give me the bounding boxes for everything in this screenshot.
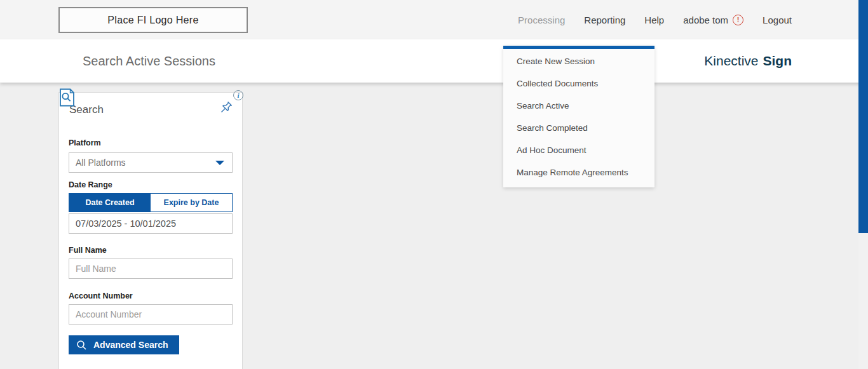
brand-logo: Kinective Sign [704,39,792,83]
search-document-icon [59,88,75,109]
warning-icon: ! [733,15,743,25]
page-title: Search Active Sessions [83,39,215,83]
tab-date-created[interactable]: Date Created [69,194,151,211]
date-range-toggle: Date Created Expire by Date [69,193,233,212]
full-name-input[interactable] [69,258,233,279]
fi-logo-text: Place FI Logo Here [107,15,198,26]
page-header-bar: Search Active Sessions i Kinective Sign [0,39,868,83]
platform-selected-value: All Platforms [76,158,215,168]
advanced-search-label: Advanced Search [93,340,168,350]
account-number-label: Account Number [69,292,233,300]
nav-item-logout[interactable]: Logout [763,15,792,25]
fi-logo-placeholder: Place FI Logo Here [58,7,248,33]
search-panel-header: Search [69,104,233,119]
scrollbar-thumb[interactable] [858,0,868,233]
full-name-label: Full Name [69,246,233,255]
vertical-scrollbar[interactable] [858,0,868,369]
info-icon[interactable]: i [233,90,243,100]
nav-item-user[interactable]: adobe tom ! [683,15,743,25]
account-number-input[interactable] [69,304,233,325]
top-bar: Place FI Logo Here Processing Reporting … [0,0,868,39]
top-nav: Processing Reporting Help adobe tom ! Lo… [518,0,792,39]
date-range-input[interactable] [69,213,233,234]
menu-item-manage-remote-agreements[interactable]: Manage Remote Agreements [503,161,654,184]
menu-item-search-active[interactable]: Search Active [503,95,654,117]
tab-expire-by-date[interactable]: Expire by Date [151,194,232,211]
brand-product: Sign [763,53,792,69]
menu-item-search-completed[interactable]: Search Completed [503,117,654,139]
platform-label: Platform [69,138,233,147]
platform-select[interactable]: All Platforms [69,152,233,173]
processing-dropdown-menu: Create New Session Collected Documents S… [503,46,654,187]
pin-icon[interactable] [217,100,234,119]
search-icon [76,340,87,351]
advanced-search-button[interactable]: Advanced Search [69,335,179,354]
date-range-label: Date Range [69,180,233,189]
nav-item-reporting[interactable]: Reporting [584,15,625,25]
search-panel: Search Platform All Platforms Date Range… [58,92,243,369]
menu-item-ad-hoc-document[interactable]: Ad Hoc Document [503,139,654,161]
nav-item-help[interactable]: Help [644,15,664,25]
chevron-down-icon [215,161,224,165]
nav-item-processing[interactable]: Processing [518,15,565,25]
menu-item-create-new-session[interactable]: Create New Session [503,50,654,72]
brand-name: Kinective [704,53,758,69]
menu-item-collected-documents[interactable]: Collected Documents [503,72,654,95]
